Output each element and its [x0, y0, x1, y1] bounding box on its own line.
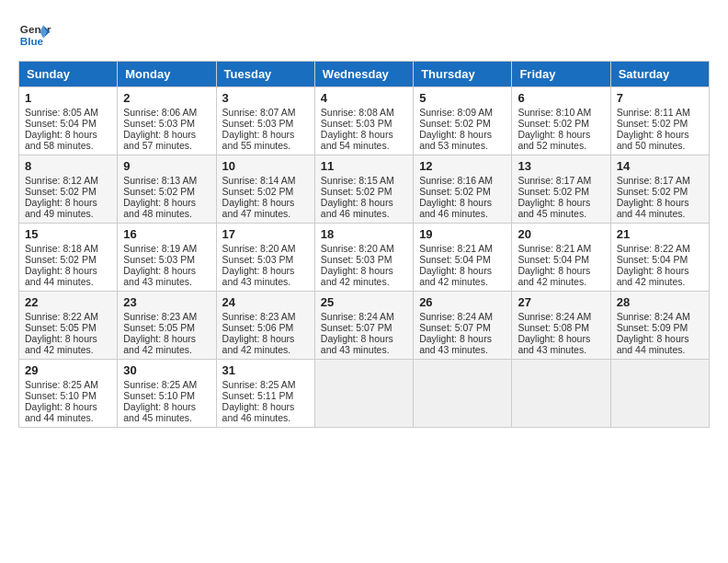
- calendar-cell: 20Sunrise: 8:21 AMSunset: 5:04 PMDayligh…: [512, 224, 610, 292]
- daylight-label: Daylight: 8 hours and 44 minutes.: [617, 197, 689, 219]
- sunset-label: Sunset: 5:06 PM: [222, 322, 294, 333]
- logo-icon: General Blue: [18, 18, 51, 52]
- day-number: 9: [123, 159, 210, 173]
- day-number: 11: [321, 159, 407, 173]
- sunrise-label: Sunrise: 8:16 AM: [419, 175, 493, 186]
- calendar-cell: 27Sunrise: 8:24 AMSunset: 5:08 PMDayligh…: [512, 292, 610, 360]
- daylight-label: Daylight: 8 hours and 42 minutes.: [222, 333, 295, 355]
- day-header-wednesday: Wednesday: [314, 62, 413, 87]
- day-header-monday: Monday: [118, 62, 216, 87]
- sunrise-label: Sunrise: 8:09 AM: [419, 107, 493, 118]
- calendar-week-row: 15Sunrise: 8:18 AMSunset: 5:02 PMDayligh…: [19, 224, 710, 292]
- day-number: 23: [123, 295, 210, 309]
- day-number: 10: [222, 159, 309, 173]
- calendar-cell: 9Sunrise: 8:13 AMSunset: 5:02 PMDaylight…: [118, 155, 216, 224]
- day-number: 7: [617, 91, 703, 105]
- daylight-label: Daylight: 8 hours and 57 minutes.: [123, 129, 196, 151]
- calendar-cell: 22Sunrise: 8:22 AMSunset: 5:05 PMDayligh…: [19, 292, 118, 360]
- sunset-label: Sunset: 5:02 PM: [123, 186, 195, 197]
- calendar-cell: 28Sunrise: 8:24 AMSunset: 5:09 PMDayligh…: [610, 292, 709, 360]
- sunset-label: Sunset: 5:10 PM: [25, 390, 97, 401]
- day-number: 26: [419, 295, 506, 309]
- day-number: 3: [222, 91, 309, 105]
- day-number: 1: [25, 91, 111, 105]
- calendar-cell: 8Sunrise: 8:12 AMSunset: 5:02 PMDaylight…: [19, 155, 118, 224]
- sunset-label: Sunset: 5:04 PM: [617, 254, 688, 265]
- day-number: 13: [518, 159, 604, 173]
- sunset-label: Sunset: 5:02 PM: [25, 186, 97, 197]
- daylight-label: Daylight: 8 hours and 42 minutes.: [518, 265, 590, 287]
- day-number: 25: [321, 295, 407, 309]
- calendar-week-row: 22Sunrise: 8:22 AMSunset: 5:05 PMDayligh…: [19, 292, 710, 360]
- sunset-label: Sunset: 5:05 PM: [123, 322, 195, 333]
- sunset-label: Sunset: 5:02 PM: [617, 118, 688, 129]
- calendar-table: SundayMondayTuesdayWednesdayThursdayFrid…: [18, 61, 710, 428]
- daylight-label: Daylight: 8 hours and 45 minutes.: [123, 401, 196, 423]
- day-number: 29: [25, 363, 111, 377]
- sunrise-label: Sunrise: 8:20 AM: [222, 243, 296, 254]
- daylight-label: Daylight: 8 hours and 54 minutes.: [321, 129, 393, 151]
- sunset-label: Sunset: 5:10 PM: [123, 390, 195, 401]
- day-number: 18: [321, 227, 407, 241]
- sunrise-label: Sunrise: 8:23 AM: [222, 311, 296, 322]
- day-number: 16: [123, 227, 210, 241]
- calendar-week-row: 29Sunrise: 8:25 AMSunset: 5:10 PMDayligh…: [19, 360, 710, 428]
- day-header-sunday: Sunday: [19, 62, 118, 87]
- day-number: 14: [617, 159, 703, 173]
- sunset-label: Sunset: 5:02 PM: [617, 186, 688, 197]
- daylight-label: Daylight: 8 hours and 42 minutes.: [617, 265, 689, 287]
- sunset-label: Sunset: 5:07 PM: [321, 322, 392, 333]
- day-number: 5: [419, 91, 506, 105]
- calendar-cell: 16Sunrise: 8:19 AMSunset: 5:03 PMDayligh…: [118, 224, 216, 292]
- calendar-cell: 25Sunrise: 8:24 AMSunset: 5:07 PMDayligh…: [314, 292, 413, 360]
- day-number: 2: [123, 91, 210, 105]
- calendar-cell: 18Sunrise: 8:20 AMSunset: 5:03 PMDayligh…: [314, 224, 413, 292]
- logo: General Blue: [18, 18, 51, 52]
- sunrise-label: Sunrise: 8:10 AM: [518, 107, 591, 118]
- calendar-header-row: SundayMondayTuesdayWednesdayThursdayFrid…: [19, 62, 710, 87]
- calendar-cell: 21Sunrise: 8:22 AMSunset: 5:04 PMDayligh…: [610, 224, 709, 292]
- sunrise-label: Sunrise: 8:14 AM: [222, 175, 296, 186]
- calendar-cell: 23Sunrise: 8:23 AMSunset: 5:05 PMDayligh…: [118, 292, 216, 360]
- sunrise-label: Sunrise: 8:17 AM: [518, 175, 591, 186]
- day-number: 19: [419, 227, 506, 241]
- calendar-cell: 4Sunrise: 8:08 AMSunset: 5:03 PMDaylight…: [314, 87, 413, 155]
- sunrise-label: Sunrise: 8:25 AM: [222, 379, 296, 390]
- day-number: 28: [617, 295, 703, 309]
- daylight-label: Daylight: 8 hours and 42 minutes.: [419, 265, 492, 287]
- day-number: 22: [25, 295, 111, 309]
- sunset-label: Sunset: 5:07 PM: [419, 322, 491, 333]
- sunset-label: Sunset: 5:02 PM: [518, 118, 589, 129]
- calendar-cell: 24Sunrise: 8:23 AMSunset: 5:06 PMDayligh…: [216, 292, 314, 360]
- sunset-label: Sunset: 5:05 PM: [25, 322, 97, 333]
- calendar-cell: 2Sunrise: 8:06 AMSunset: 5:03 PMDaylight…: [118, 87, 216, 155]
- calendar-cell: 26Sunrise: 8:24 AMSunset: 5:07 PMDayligh…: [414, 292, 512, 360]
- sunrise-label: Sunrise: 8:08 AM: [321, 107, 394, 118]
- calendar-cell: [314, 360, 413, 428]
- sunrise-label: Sunrise: 8:06 AM: [123, 107, 197, 118]
- daylight-label: Daylight: 8 hours and 55 minutes.: [222, 129, 295, 151]
- daylight-label: Daylight: 8 hours and 42 minutes.: [25, 333, 97, 355]
- calendar-week-row: 1Sunrise: 8:05 AMSunset: 5:04 PMDaylight…: [19, 87, 710, 155]
- daylight-label: Daylight: 8 hours and 46 minutes.: [321, 197, 393, 219]
- sunrise-label: Sunrise: 8:21 AM: [419, 243, 493, 254]
- day-header-thursday: Thursday: [414, 62, 512, 87]
- sunset-label: Sunset: 5:02 PM: [419, 118, 491, 129]
- sunrise-label: Sunrise: 8:22 AM: [25, 311, 98, 322]
- day-number: 8: [25, 159, 111, 173]
- calendar-cell: 5Sunrise: 8:09 AMSunset: 5:02 PMDaylight…: [414, 87, 512, 155]
- page-header: General Blue: [18, 18, 710, 52]
- daylight-label: Daylight: 8 hours and 46 minutes.: [419, 197, 492, 219]
- calendar-cell: 17Sunrise: 8:20 AMSunset: 5:03 PMDayligh…: [216, 224, 314, 292]
- sunrise-label: Sunrise: 8:25 AM: [123, 379, 197, 390]
- calendar-cell: 3Sunrise: 8:07 AMSunset: 5:03 PMDaylight…: [216, 87, 314, 155]
- daylight-label: Daylight: 8 hours and 44 minutes.: [617, 333, 689, 355]
- sunrise-label: Sunrise: 8:13 AM: [123, 175, 197, 186]
- daylight-label: Daylight: 8 hours and 46 minutes.: [222, 401, 295, 423]
- calendar-cell: 10Sunrise: 8:14 AMSunset: 5:02 PMDayligh…: [216, 155, 314, 224]
- sunrise-label: Sunrise: 8:21 AM: [518, 243, 591, 254]
- day-header-saturday: Saturday: [610, 62, 709, 87]
- sunrise-label: Sunrise: 8:24 AM: [321, 311, 394, 322]
- sunrise-label: Sunrise: 8:05 AM: [25, 107, 98, 118]
- day-number: 6: [518, 91, 604, 105]
